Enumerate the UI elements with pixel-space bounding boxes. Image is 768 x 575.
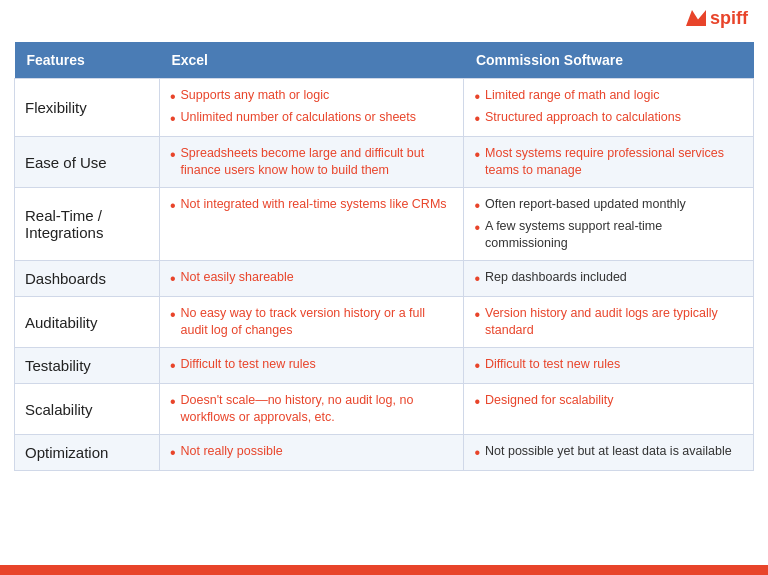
page-wrapper: spiff Features Excel Commission Software…	[0, 0, 768, 575]
top-bar: spiff	[0, 0, 768, 36]
commission-cell: •Often report-based updated monthly•A fe…	[464, 188, 754, 261]
bottom-bar	[0, 565, 768, 575]
list-item: •Difficult to test new rules	[474, 356, 743, 375]
list-item: •Spreadsheets become large and difficult…	[170, 145, 454, 179]
commission-cell: •Limited range of math and logic•Structu…	[464, 79, 754, 137]
feature-cell: Dashboards	[15, 261, 160, 297]
list-item: •Designed for scalability	[474, 392, 743, 411]
header-features: Features	[15, 42, 160, 79]
table-header-row: Features Excel Commission Software	[15, 42, 754, 79]
excel-cell: •Not really possible	[159, 434, 464, 470]
table-row: Ease of Use•Spreadsheets become large an…	[15, 137, 754, 188]
header-excel: Excel	[159, 42, 464, 79]
excel-cell: •Not integrated with real-time systems l…	[159, 188, 464, 261]
list-item: •Not easily shareable	[170, 269, 454, 288]
commission-cell: •Rep dashboards included	[464, 261, 754, 297]
comparison-table: Features Excel Commission Software Flexi…	[14, 42, 754, 471]
table-row: Testability•Difficult to test new rules•…	[15, 348, 754, 384]
spiff-logo-icon	[686, 10, 706, 26]
list-item: •Difficult to test new rules	[170, 356, 454, 375]
excel-cell: •No easy way to track version history or…	[159, 297, 464, 348]
excel-cell: •Supports any math or logic•Unlimited nu…	[159, 79, 464, 137]
list-item: •A few systems support real-time commiss…	[474, 218, 743, 252]
commission-cell: •Difficult to test new rules	[464, 348, 754, 384]
table-row: Scalability•Doesn't scale—no history, no…	[15, 384, 754, 435]
list-item: •Not really possible	[170, 443, 454, 462]
list-item: •Unlimited number of calculations or she…	[170, 109, 454, 128]
table-row: Flexibility•Supports any math or logic•U…	[15, 79, 754, 137]
header-commission: Commission Software	[464, 42, 754, 79]
feature-cell: Optimization	[15, 434, 160, 470]
list-item: •Version history and audit logs are typi…	[474, 305, 743, 339]
commission-cell: •Not possible yet but at least data is a…	[464, 434, 754, 470]
logo: spiff	[686, 8, 748, 29]
list-item: •Limited range of math and logic	[474, 87, 743, 106]
list-item: •Doesn't scale—no history, no audit log,…	[170, 392, 454, 426]
list-item: •Rep dashboards included	[474, 269, 743, 288]
commission-cell: •Version history and audit logs are typi…	[464, 297, 754, 348]
logo-text: spiff	[710, 8, 748, 29]
table-row: Optimization•Not really possible•Not pos…	[15, 434, 754, 470]
list-item: •No easy way to track version history or…	[170, 305, 454, 339]
list-item: •Supports any math or logic	[170, 87, 454, 106]
table-container: Features Excel Commission Software Flexi…	[0, 36, 768, 565]
feature-cell: Flexibility	[15, 79, 160, 137]
list-item: •Structured approach to calculations	[474, 109, 743, 128]
list-item: •Most systems require professional servi…	[474, 145, 743, 179]
excel-cell: •Spreadsheets become large and difficult…	[159, 137, 464, 188]
commission-cell: •Designed for scalability	[464, 384, 754, 435]
commission-cell: •Most systems require professional servi…	[464, 137, 754, 188]
feature-cell: Real-Time / Integrations	[15, 188, 160, 261]
feature-cell: Auditability	[15, 297, 160, 348]
excel-cell: •Difficult to test new rules	[159, 348, 464, 384]
list-item: •Often report-based updated monthly	[474, 196, 743, 215]
table-row: Auditability•No easy way to track versio…	[15, 297, 754, 348]
feature-cell: Ease of Use	[15, 137, 160, 188]
table-row: Real-Time / Integrations•Not integrated …	[15, 188, 754, 261]
excel-cell: •Not easily shareable	[159, 261, 464, 297]
list-item: •Not integrated with real-time systems l…	[170, 196, 454, 215]
list-item: •Not possible yet but at least data is a…	[474, 443, 743, 462]
excel-cell: •Doesn't scale—no history, no audit log,…	[159, 384, 464, 435]
feature-cell: Testability	[15, 348, 160, 384]
feature-cell: Scalability	[15, 384, 160, 435]
table-row: Dashboards•Not easily shareable•Rep dash…	[15, 261, 754, 297]
